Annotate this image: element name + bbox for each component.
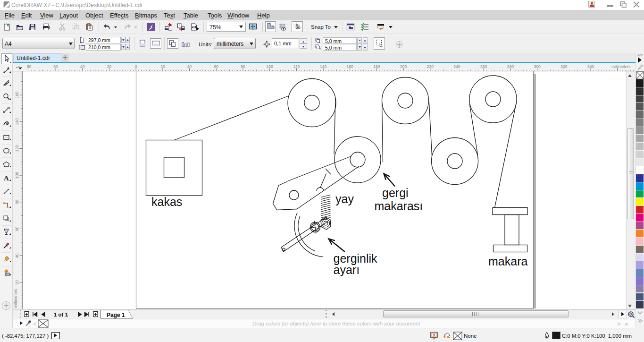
svg-text:320: 320: [560, 64, 567, 69]
svg-text:280: 280: [507, 64, 514, 69]
svg-text:60: 60: [53, 64, 58, 69]
svg-text:180: 180: [373, 64, 380, 69]
svg-text:80: 80: [15, 200, 19, 205]
svg-text:120: 120: [15, 145, 19, 152]
svg-text:140: 140: [320, 64, 326, 69]
svg-text:20: 20: [107, 64, 112, 69]
svg-text:60: 60: [15, 227, 19, 231]
svg-text:100: 100: [267, 64, 273, 69]
svg-text:0: 0: [135, 64, 137, 69]
svg-text:40: 40: [80, 64, 85, 69]
svg-text:120: 120: [293, 64, 300, 69]
svg-text:40: 40: [187, 64, 192, 69]
svg-text:160: 160: [15, 92, 19, 98]
svg-text:340: 340: [587, 64, 594, 69]
svg-text:makarası: makarası: [375, 199, 423, 213]
svg-text:100: 100: [15, 172, 19, 179]
svg-text:140: 140: [15, 118, 19, 125]
svg-text:260: 260: [480, 64, 487, 69]
svg-text:220: 220: [427, 64, 434, 69]
svg-text:A: A: [4, 174, 9, 182]
svg-text:80: 80: [241, 64, 245, 69]
svg-text:20: 20: [15, 280, 19, 285]
svg-text:20: 20: [160, 64, 165, 69]
svg-text:40: 40: [15, 253, 19, 258]
svg-text:300: 300: [534, 64, 541, 69]
svg-text:60: 60: [214, 64, 219, 69]
svg-text:240: 240: [453, 64, 460, 69]
svg-text:200: 200: [400, 64, 407, 69]
svg-text:makara: makara: [488, 255, 527, 268]
svg-text:ayarı: ayarı: [334, 263, 360, 276]
svg-text:160: 160: [347, 64, 353, 69]
svg-text:gergi: gergi: [382, 186, 409, 199]
svg-text:yay: yay: [335, 192, 354, 205]
svg-text:kakas: kakas: [151, 195, 182, 208]
